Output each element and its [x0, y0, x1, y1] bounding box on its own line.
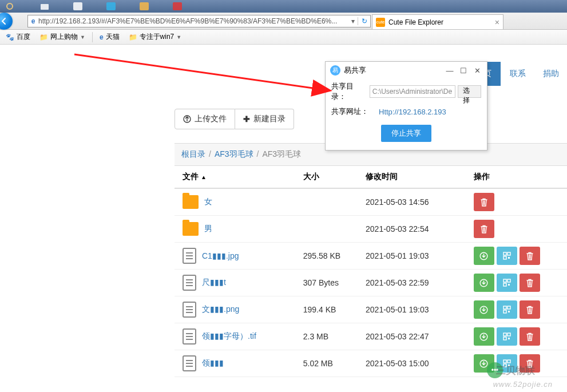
cell-ops — [474, 193, 559, 211]
header-ops: 操作 — [474, 172, 559, 182]
browser-tab[interactable]: cute Cute File Explorer × — [372, 14, 503, 29]
header-name[interactable]: 文件▲ — [183, 172, 303, 182]
table-row: 女2021-05-03 14:56 — [175, 189, 567, 216]
download-button[interactable] — [474, 300, 494, 319]
tab-favicon: cute — [376, 18, 385, 27]
qrcode-button[interactable] — [497, 247, 517, 265]
dir-input[interactable] — [370, 85, 455, 98]
download-button[interactable] — [474, 327, 494, 346]
site-icon: e — [28, 17, 38, 25]
crumb-link[interactable]: AF3羽毛球 — [215, 149, 253, 160]
folder-icon: 📁 — [129, 33, 137, 41]
bookmark-label: 天猫 — [106, 32, 120, 42]
bookmarks-bar: 🐾百度 📁网上购物▼ e天猫 📁专注于win7▼ — [0, 30, 567, 45]
url-input[interactable] — [38, 16, 348, 26]
nav-contact[interactable]: 联系 — [502, 63, 534, 85]
taskbar-icon — [103, 2, 119, 11]
delete-button[interactable] — [520, 300, 540, 319]
bookmark-item[interactable]: 🐾百度 — [3, 31, 33, 43]
pick-button[interactable]: 选择 — [458, 85, 481, 98]
crumb-root[interactable]: 根目录 — [181, 149, 205, 160]
taskbar-icon — [37, 2, 53, 11]
ie-icon: e — [100, 33, 104, 41]
svg-line-32 — [74, 54, 329, 90]
svg-rect-3 — [106, 2, 116, 10]
svg-rect-21 — [508, 311, 510, 312]
bookmark-item[interactable]: 📁网上购物▼ — [37, 31, 88, 43]
tab-close-icon[interactable]: × — [495, 18, 499, 27]
file-link[interactable]: 文▮▮▮.png — [202, 304, 239, 315]
taskbar-icon — [169, 2, 185, 11]
file-icon — [183, 248, 196, 264]
separator — [92, 32, 93, 42]
chevron-down-icon: ▼ — [80, 34, 85, 40]
stop-share-button[interactable]: 停止共享 — [381, 125, 431, 142]
header-time[interactable]: 修改时间 — [366, 172, 474, 182]
cell-ops — [474, 300, 559, 319]
svg-rect-24 — [507, 333, 510, 336]
mkdir-button[interactable]: ✚ 新建目录 — [235, 109, 294, 129]
svg-rect-25 — [503, 337, 506, 340]
svg-rect-15 — [503, 283, 506, 286]
folder-icon — [183, 195, 199, 209]
delete-button[interactable] — [520, 274, 540, 292]
cell-ops — [474, 220, 559, 238]
back-button[interactable] — [0, 13, 13, 30]
dir-label: 共享目录： — [331, 81, 367, 102]
qrcode-button[interactable] — [497, 274, 517, 292]
table-row: C1▮▮▮.jpg295.58 KB2021-05-01 19:03 — [175, 243, 567, 270]
nav-donate[interactable]: 捐助 — [535, 63, 567, 85]
delete-button[interactable] — [520, 327, 540, 346]
svg-rect-16 — [508, 284, 510, 286]
url-label: 共享网址： — [331, 106, 368, 117]
plus-icon: ✚ — [243, 114, 250, 124]
reload-button[interactable]: ↻ — [358, 17, 370, 25]
file-link[interactable]: 女 — [204, 197, 212, 207]
svg-rect-9 — [507, 252, 510, 255]
bookmark-item[interactable]: 📁专注于win7▼ — [126, 31, 184, 43]
popup-titlebar[interactable]: 易 易共享 — ☐ ✕ — [326, 62, 487, 79]
file-link[interactable]: 尺▮▮▮t — [202, 278, 226, 288]
share-url-link[interactable]: Http://192.168.2.193 — [379, 108, 446, 116]
download-button[interactable] — [474, 274, 494, 292]
cell-time: 2021-05-01 19:03 — [366, 251, 474, 260]
cell-size: 2.3 MB — [303, 332, 366, 341]
qrcode-button[interactable] — [497, 300, 517, 319]
file-link[interactable]: 领▮▮▮ — [202, 358, 224, 369]
qrcode-button[interactable] — [497, 327, 517, 346]
close-icon[interactable]: ✕ — [472, 66, 482, 75]
svg-rect-13 — [503, 279, 506, 282]
cell-time: 2021-05-03 22:59 — [366, 278, 474, 287]
delete-button[interactable] — [474, 193, 494, 211]
table-row: 领▮▮▮字母）.tif2.3 MB2021-05-03 22:47 — [175, 323, 567, 350]
svg-rect-29 — [507, 360, 510, 363]
svg-rect-4 — [140, 2, 149, 10]
address-bar[interactable]: e ▾ ↻ — [27, 15, 371, 27]
bookmark-label: 百度 — [17, 32, 30, 42]
file-link[interactable]: C1▮▮▮.jpg — [202, 251, 239, 260]
minimize-icon[interactable]: — — [445, 66, 455, 75]
upload-button[interactable]: 上传文件 — [175, 109, 235, 129]
header-size[interactable]: 大小 — [303, 172, 366, 182]
app-icon: 易 — [330, 65, 340, 76]
bookmark-label: 网上购物 — [50, 32, 78, 42]
delete-button[interactable] — [520, 247, 540, 265]
file-link[interactable]: 男 — [204, 224, 212, 234]
svg-rect-23 — [503, 333, 506, 336]
url-dropdown-icon[interactable]: ▾ — [348, 17, 358, 25]
cell-size: 295.58 KB — [303, 251, 366, 260]
file-icon — [183, 355, 196, 371]
delete-button[interactable] — [474, 220, 494, 238]
file-table: 文件▲ 大小 修改时间 操作 女2021-05-03 14:56男2021-05… — [175, 166, 567, 377]
tab-title: Cute File Explorer — [388, 18, 443, 26]
file-link[interactable]: 领▮▮▮字母）.tif — [202, 331, 256, 342]
table-row: 男2021-05-03 22:54 — [175, 216, 567, 243]
bookmark-item[interactable]: e天猫 — [97, 31, 122, 43]
cell-time: 2021-05-03 22:47 — [366, 332, 474, 341]
svg-rect-19 — [507, 306, 510, 309]
svg-rect-28 — [503, 360, 506, 363]
maximize-icon[interactable]: ☐ — [458, 66, 469, 75]
bookmark-label: 专注于win7 — [140, 32, 175, 42]
download-button[interactable] — [474, 247, 494, 265]
mkdir-label: 新建目录 — [253, 114, 286, 124]
